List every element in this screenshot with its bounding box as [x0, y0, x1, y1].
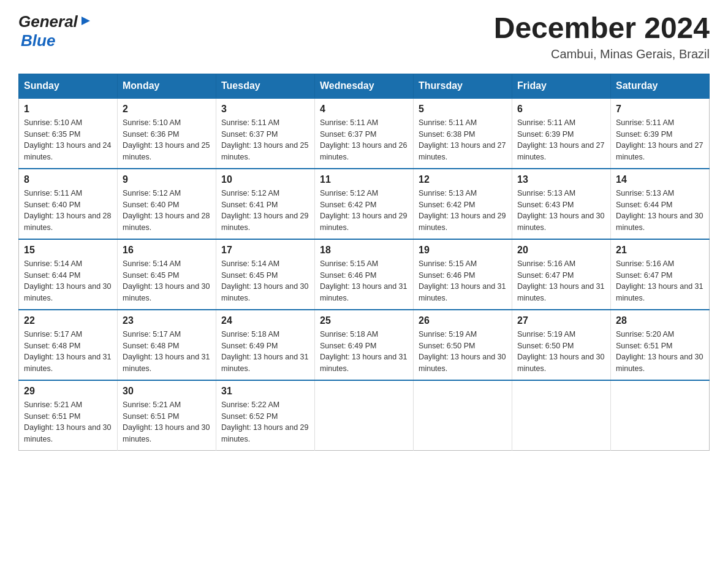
day-info: Sunrise: 5:22 AMSunset: 6:52 PMDaylight:… — [221, 399, 309, 445]
day-info: Sunrise: 5:18 AMSunset: 6:49 PMDaylight:… — [320, 329, 408, 375]
subtitle: Cambui, Minas Gerais, Brazil — [494, 47, 710, 61]
day-info: Sunrise: 5:14 AMSunset: 6:45 PMDaylight:… — [123, 258, 211, 304]
day-number: 29 — [24, 386, 112, 397]
day-info: Sunrise: 5:13 AMSunset: 6:42 PMDaylight:… — [419, 188, 507, 234]
day-info: Sunrise: 5:17 AMSunset: 6:48 PMDaylight:… — [123, 329, 211, 375]
calendar-day-cell: 7Sunrise: 5:11 AMSunset: 6:39 PMDaylight… — [611, 98, 710, 169]
calendar-day-cell: 25Sunrise: 5:18 AMSunset: 6:49 PMDayligh… — [315, 310, 414, 380]
calendar-day-cell: 23Sunrise: 5:17 AMSunset: 6:48 PMDayligh… — [118, 310, 216, 380]
calendar-day-cell — [315, 380, 414, 451]
day-number: 24 — [221, 315, 309, 326]
day-number: 15 — [24, 245, 112, 256]
calendar-day-cell: 1Sunrise: 5:10 AMSunset: 6:35 PMDaylight… — [19, 98, 118, 169]
calendar-week-row: 29Sunrise: 5:21 AMSunset: 6:51 PMDayligh… — [19, 380, 710, 451]
calendar-week-row: 15Sunrise: 5:14 AMSunset: 6:44 PMDayligh… — [19, 239, 710, 310]
day-number: 2 — [123, 104, 211, 115]
day-info: Sunrise: 5:11 AMSunset: 6:39 PMDaylight:… — [616, 117, 704, 163]
weekday-header-wednesday: Wednesday — [315, 74, 414, 98]
day-info: Sunrise: 5:10 AMSunset: 6:35 PMDaylight:… — [24, 117, 112, 163]
day-number: 4 — [320, 104, 408, 115]
calendar-day-cell: 2Sunrise: 5:10 AMSunset: 6:36 PMDaylight… — [118, 98, 216, 169]
calendar-day-cell: 11Sunrise: 5:12 AMSunset: 6:42 PMDayligh… — [315, 169, 414, 239]
day-number: 13 — [517, 174, 605, 185]
calendar-day-cell: 30Sunrise: 5:21 AMSunset: 6:51 PMDayligh… — [118, 380, 216, 451]
day-info: Sunrise: 5:15 AMSunset: 6:46 PMDaylight:… — [419, 258, 507, 304]
day-info: Sunrise: 5:16 AMSunset: 6:47 PMDaylight:… — [616, 258, 704, 304]
day-info: Sunrise: 5:11 AMSunset: 6:37 PMDaylight:… — [221, 117, 309, 163]
svg-marker-0 — [82, 17, 90, 25]
page-header: General Blue December 2024 Cambui, Minas… — [18, 12, 710, 61]
day-info: Sunrise: 5:20 AMSunset: 6:51 PMDaylight:… — [616, 329, 704, 375]
day-info: Sunrise: 5:17 AMSunset: 6:48 PMDaylight:… — [24, 329, 112, 375]
weekday-header-thursday: Thursday — [414, 74, 512, 98]
day-number: 31 — [221, 386, 309, 397]
calendar-day-cell: 22Sunrise: 5:17 AMSunset: 6:48 PMDayligh… — [19, 310, 118, 380]
calendar-day-cell: 28Sunrise: 5:20 AMSunset: 6:51 PMDayligh… — [611, 310, 710, 380]
day-number: 18 — [320, 245, 408, 256]
day-info: Sunrise: 5:12 AMSunset: 6:41 PMDaylight:… — [221, 188, 309, 234]
logo-triangle-icon — [79, 14, 93, 30]
day-number: 3 — [221, 104, 309, 115]
day-info: Sunrise: 5:13 AMSunset: 6:44 PMDaylight:… — [616, 188, 704, 234]
day-number: 8 — [24, 174, 112, 185]
day-info: Sunrise: 5:12 AMSunset: 6:42 PMDaylight:… — [320, 188, 408, 234]
calendar-day-cell: 20Sunrise: 5:16 AMSunset: 6:47 PMDayligh… — [512, 239, 611, 310]
day-number: 16 — [123, 245, 211, 256]
calendar-day-cell: 14Sunrise: 5:13 AMSunset: 6:44 PMDayligh… — [611, 169, 710, 239]
calendar-day-cell: 9Sunrise: 5:12 AMSunset: 6:40 PMDaylight… — [118, 169, 216, 239]
calendar-day-cell — [512, 380, 611, 451]
day-info: Sunrise: 5:14 AMSunset: 6:45 PMDaylight:… — [221, 258, 309, 304]
day-info: Sunrise: 5:16 AMSunset: 6:47 PMDaylight:… — [517, 258, 605, 304]
day-info: Sunrise: 5:13 AMSunset: 6:43 PMDaylight:… — [517, 188, 605, 234]
calendar-day-cell — [414, 380, 512, 451]
title-block: December 2024 Cambui, Minas Gerais, Braz… — [494, 12, 710, 61]
day-info: Sunrise: 5:14 AMSunset: 6:44 PMDaylight:… — [24, 258, 112, 304]
calendar-day-cell: 10Sunrise: 5:12 AMSunset: 6:41 PMDayligh… — [216, 169, 315, 239]
calendar-day-cell — [611, 380, 710, 451]
calendar-day-cell: 13Sunrise: 5:13 AMSunset: 6:43 PMDayligh… — [512, 169, 611, 239]
calendar-day-cell: 16Sunrise: 5:14 AMSunset: 6:45 PMDayligh… — [118, 239, 216, 310]
calendar-day-cell: 24Sunrise: 5:18 AMSunset: 6:49 PMDayligh… — [216, 310, 315, 380]
day-info: Sunrise: 5:19 AMSunset: 6:50 PMDaylight:… — [517, 329, 605, 375]
weekday-header-monday: Monday — [118, 74, 216, 98]
day-number: 9 — [123, 174, 211, 185]
calendar-day-cell: 19Sunrise: 5:15 AMSunset: 6:46 PMDayligh… — [414, 239, 512, 310]
day-number: 27 — [517, 315, 605, 326]
calendar-day-cell: 18Sunrise: 5:15 AMSunset: 6:46 PMDayligh… — [315, 239, 414, 310]
day-number: 21 — [616, 245, 704, 256]
day-number: 20 — [517, 245, 605, 256]
day-info: Sunrise: 5:10 AMSunset: 6:36 PMDaylight:… — [123, 117, 211, 163]
calendar-day-cell: 27Sunrise: 5:19 AMSunset: 6:50 PMDayligh… — [512, 310, 611, 380]
day-info: Sunrise: 5:21 AMSunset: 6:51 PMDaylight:… — [123, 399, 211, 445]
day-info: Sunrise: 5:11 AMSunset: 6:37 PMDaylight:… — [320, 117, 408, 163]
day-info: Sunrise: 5:12 AMSunset: 6:40 PMDaylight:… — [123, 188, 211, 234]
logo: General Blue — [18, 12, 93, 50]
calendar-day-cell: 21Sunrise: 5:16 AMSunset: 6:47 PMDayligh… — [611, 239, 710, 310]
weekday-header-tuesday: Tuesday — [216, 74, 315, 98]
day-number: 30 — [123, 386, 211, 397]
calendar-week-row: 8Sunrise: 5:11 AMSunset: 6:40 PMDaylight… — [19, 169, 710, 239]
day-info: Sunrise: 5:18 AMSunset: 6:49 PMDaylight:… — [221, 329, 309, 375]
calendar-table: SundayMondayTuesdayWednesdayThursdayFrid… — [18, 74, 710, 451]
page-title: December 2024 — [494, 12, 710, 45]
logo-general-text: General — [18, 12, 78, 31]
day-info: Sunrise: 5:21 AMSunset: 6:51 PMDaylight:… — [24, 399, 112, 445]
calendar-day-cell: 4Sunrise: 5:11 AMSunset: 6:37 PMDaylight… — [315, 98, 414, 169]
weekday-header-saturday: Saturday — [611, 74, 710, 98]
day-number: 5 — [419, 104, 507, 115]
calendar-day-cell: 8Sunrise: 5:11 AMSunset: 6:40 PMDaylight… — [19, 169, 118, 239]
day-info: Sunrise: 5:15 AMSunset: 6:46 PMDaylight:… — [320, 258, 408, 304]
day-number: 28 — [616, 315, 704, 326]
day-number: 7 — [616, 104, 704, 115]
day-info: Sunrise: 5:11 AMSunset: 6:40 PMDaylight:… — [24, 188, 112, 234]
day-number: 11 — [320, 174, 408, 185]
calendar-day-cell: 6Sunrise: 5:11 AMSunset: 6:39 PMDaylight… — [512, 98, 611, 169]
calendar-day-cell: 15Sunrise: 5:14 AMSunset: 6:44 PMDayligh… — [19, 239, 118, 310]
day-info: Sunrise: 5:11 AMSunset: 6:39 PMDaylight:… — [517, 117, 605, 163]
day-info: Sunrise: 5:11 AMSunset: 6:38 PMDaylight:… — [419, 117, 507, 163]
calendar-day-cell: 12Sunrise: 5:13 AMSunset: 6:42 PMDayligh… — [414, 169, 512, 239]
weekday-header-sunday: Sunday — [19, 74, 118, 98]
calendar-day-cell: 26Sunrise: 5:19 AMSunset: 6:50 PMDayligh… — [414, 310, 512, 380]
day-number: 1 — [24, 104, 112, 115]
day-number: 19 — [419, 245, 507, 256]
